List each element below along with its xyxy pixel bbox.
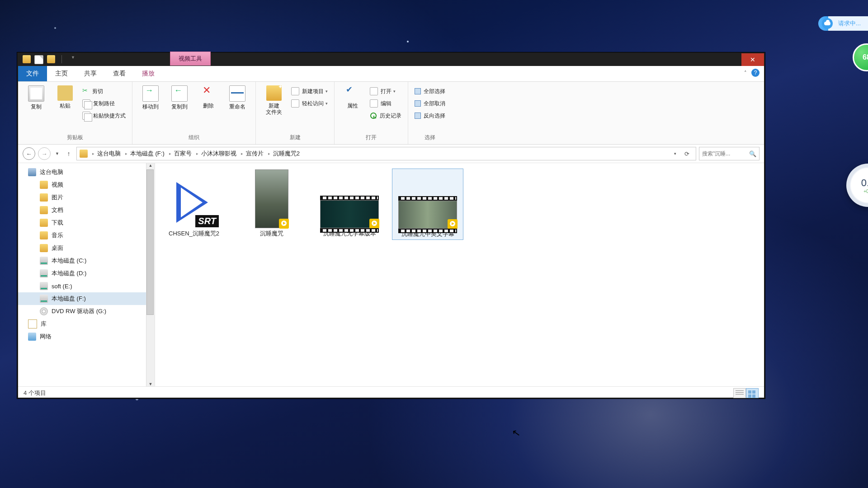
- properties-button[interactable]: 属性: [338, 84, 367, 111]
- move-to-button[interactable]: 移动到: [136, 84, 165, 112]
- new-item-button[interactable]: 新建项目▾: [288, 85, 330, 97]
- window-titlebar[interactable]: ▼ 视频工具 ✕: [18, 53, 764, 66]
- qat-folder-icon[interactable]: [23, 55, 31, 63]
- copy-button[interactable]: 复制: [22, 84, 51, 112]
- crumb-1[interactable]: 本地磁盘 (F:): [130, 150, 165, 158]
- tab-share[interactable]: 共享: [76, 66, 105, 81]
- edit-button[interactable]: 编辑: [367, 98, 404, 109]
- crumb-5[interactable]: 沉睡魔咒2: [273, 150, 300, 158]
- paste-shortcut-button[interactable]: 粘贴快捷方式: [80, 110, 128, 122]
- nav-item-3[interactable]: 文档: [18, 204, 155, 216]
- nav-history-dropdown[interactable]: ▼: [53, 151, 61, 156]
- invert-selection-button[interactable]: 反向选择: [412, 110, 448, 122]
- nav-item-9[interactable]: soft (E:): [18, 280, 155, 292]
- ribbon-tabs: 文件 主页 共享 查看 播放 ˄ ?: [18, 66, 764, 82]
- help-icon[interactable]: ?: [751, 69, 760, 77]
- window-close-button[interactable]: ✕: [741, 53, 764, 66]
- copy-icon: [28, 85, 44, 102]
- qat-dropdown-icon[interactable]: ▼: [68, 55, 78, 64]
- nav-forward-button[interactable]: →: [38, 147, 51, 160]
- nav-item-6[interactable]: 桌面: [18, 242, 155, 254]
- tab-file[interactable]: 文件: [18, 66, 47, 81]
- refresh-button[interactable]: ⟳: [681, 150, 693, 157]
- file-item-0[interactable]: SRTCHSEN_沉睡魔咒2: [159, 169, 229, 239]
- ribbon-body: 复制 粘贴 剪切 复制路径 粘贴快捷方式 剪贴板 移动到 复制到 删除 重: [18, 82, 764, 145]
- nav-item-12[interactable]: 库: [18, 318, 155, 330]
- cloud-sync-pill[interactable]: 请求中...: [818, 16, 868, 31]
- paste-button[interactable]: 粘贴: [51, 84, 80, 111]
- nav-item-label: 文档: [52, 206, 63, 214]
- tab-home[interactable]: 主页: [47, 66, 76, 81]
- history-icon: [370, 112, 377, 119]
- tab-play[interactable]: 播放: [134, 66, 163, 81]
- crumb-2[interactable]: 百家号: [174, 150, 192, 158]
- nav-item-11[interactable]: DVD RW 驱动器 (G:): [18, 305, 155, 318]
- nav-item-4[interactable]: 下载: [18, 216, 155, 229]
- crumb-3[interactable]: 小沐沐聊影视: [201, 150, 236, 158]
- scroll-down-icon[interactable]: ▼: [149, 382, 153, 386]
- rename-button[interactable]: 重命名: [223, 84, 252, 112]
- nav-item-0[interactable]: 这台电脑: [18, 166, 155, 178]
- player-badge-icon: [279, 219, 289, 229]
- copy-to-button[interactable]: 复制到: [165, 84, 194, 112]
- nav-back-button[interactable]: ←: [23, 147, 35, 160]
- drive-icon: [40, 295, 48, 303]
- new-folder-button[interactable]: 新建文件夹: [259, 84, 288, 117]
- copy-path-icon: [82, 99, 90, 108]
- crumb-4[interactable]: 宣传片: [246, 150, 264, 158]
- open-button[interactable]: 打开▾: [367, 85, 404, 97]
- nav-item-5[interactable]: 音乐: [18, 229, 155, 242]
- nav-item-1[interactable]: 视频: [18, 178, 155, 191]
- view-details-button[interactable]: [733, 388, 746, 398]
- new-item-icon: [291, 87, 299, 95]
- copy-path-button[interactable]: 复制路径: [80, 98, 128, 109]
- new-folder-icon: [266, 85, 282, 101]
- group-organize-label: 组织: [136, 132, 252, 144]
- file-item-3[interactable]: 沉睡魔咒中英文字幕: [392, 169, 463, 240]
- tab-view[interactable]: 查看: [105, 66, 134, 81]
- nav-item-8[interactable]: 本地磁盘 (D:): [18, 267, 155, 280]
- group-new-label: 新建: [259, 132, 330, 144]
- nav-scrollbar[interactable]: ▲ ▼: [146, 163, 155, 386]
- nav-item-7[interactable]: 本地磁盘 (C:): [18, 254, 155, 267]
- search-input[interactable]: 搜索"沉睡... 🔍: [699, 147, 760, 160]
- nav-item-2[interactable]: 图片: [18, 191, 155, 204]
- history-button[interactable]: 历史记录: [367, 110, 404, 122]
- srt-badge: SRT: [195, 215, 219, 227]
- nav-item-10[interactable]: 本地磁盘 (F:): [18, 292, 155, 305]
- meter-delta: +0.0: [863, 189, 868, 194]
- qat-newfolder-icon[interactable]: [47, 55, 55, 63]
- nav-item-label: 本地磁盘 (F:): [52, 295, 86, 303]
- select-none-button[interactable]: 全部取消: [412, 98, 448, 109]
- crumb-0[interactable]: 这台电脑: [97, 150, 121, 158]
- nav-item-label: 音乐: [52, 231, 63, 239]
- select-all-icon: [415, 88, 421, 94]
- paste-shortcut-icon: [82, 112, 90, 120]
- nav-item-label: 视频: [52, 181, 63, 189]
- nav-up-button[interactable]: ↑: [64, 149, 74, 159]
- drive-icon: [40, 257, 48, 265]
- nav-item-13[interactable]: 网络: [18, 330, 155, 343]
- navigation-pane[interactable]: 这台电脑视频图片文档下载音乐桌面本地磁盘 (C:)本地磁盘 (D:)soft (…: [18, 163, 155, 386]
- qat-properties-icon[interactable]: [34, 55, 43, 64]
- folder-icon: [40, 231, 48, 239]
- file-item-2[interactable]: 沉睡魔咒无字幕版本: [314, 169, 385, 239]
- ribbon-collapse-icon[interactable]: ˄: [744, 70, 747, 76]
- folder-icon: [40, 206, 48, 214]
- folder-icon: [40, 244, 48, 252]
- file-list-pane[interactable]: SRTCHSEN_沉睡魔咒2沉睡魔咒沉睡魔咒无字幕版本沉睡魔咒中英文字幕 ↖: [155, 163, 764, 386]
- view-large-icons-button[interactable]: [746, 388, 759, 398]
- scroll-up-icon[interactable]: ▲: [149, 163, 153, 168]
- nav-item-label: 这台电脑: [40, 168, 63, 176]
- scroll-thumb[interactable]: [146, 169, 154, 315]
- select-all-button[interactable]: 全部选择: [412, 85, 448, 97]
- breadcrumb-dropdown-icon[interactable]: ▾: [672, 151, 678, 156]
- drive-icon: [40, 282, 48, 290]
- delete-button[interactable]: 删除: [194, 84, 223, 111]
- close-icon: ✕: [750, 56, 755, 63]
- cut-button[interactable]: 剪切: [80, 85, 128, 97]
- easy-access-button[interactable]: 轻松访问▾: [288, 98, 330, 109]
- group-select-label: 选择: [412, 132, 448, 144]
- breadcrumb-bar[interactable]: ▸这台电脑 ▸本地磁盘 (F:) ▸百家号 ▸小沐沐聊影视 ▸宣传片 ▸沉睡魔咒…: [76, 147, 696, 160]
- file-item-1[interactable]: 沉睡魔咒: [236, 169, 307, 239]
